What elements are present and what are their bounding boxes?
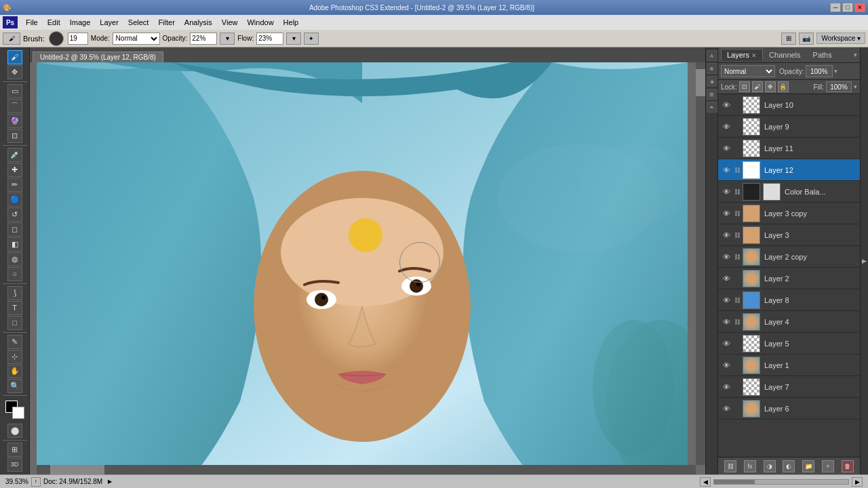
tool-history-brush[interactable]: ↺ — [7, 207, 22, 222]
layer-item-3copy[interactable]: 👁 ⛓ Layer 3 copy — [718, 203, 860, 224]
link-layers-btn[interactable]: ⛓ — [724, 460, 736, 472]
eye-layer-10[interactable]: 👁 — [721, 100, 732, 110]
layer-item-8[interactable]: 👁 ⛓ Layer 8 — [718, 289, 860, 311]
maximize-button[interactable]: □ — [842, 3, 853, 12]
menu-select[interactable]: Select — [124, 17, 153, 28]
status-scroll-thumb[interactable] — [714, 480, 755, 484]
tool-3d[interactable]: 3D — [7, 458, 22, 472]
tab-close-layers[interactable]: ✕ — [751, 52, 757, 59]
panel-icon-4[interactable]: ⊞ — [707, 89, 717, 100]
brush-size-input[interactable] — [68, 33, 88, 45]
eye-layer-4[interactable]: 👁 — [721, 317, 732, 327]
new-adj-layer-btn[interactable]: ◐ — [783, 460, 795, 472]
eye-layer-12[interactable]: 👁 — [721, 165, 732, 176]
layer-item-11[interactable]: 👁 Layer 11 — [718, 138, 860, 159]
tool-marquee-rect[interactable]: ▭ — [7, 84, 22, 98]
layer-item-2[interactable]: 👁 Layer 2 — [718, 268, 860, 289]
layer-item-3[interactable]: 👁 ⛓ Layer 3 — [718, 224, 860, 246]
lock-transparent[interactable]: ⊡ — [739, 81, 750, 92]
layer-item-6[interactable]: 👁 Layer 6 — [718, 398, 860, 420]
document-tab[interactable]: Untitled-2 @ 39.5% (Layer 12, RGB/8) — [33, 52, 163, 62]
eye-layer-2[interactable]: 👁 — [721, 273, 732, 284]
lock-all[interactable]: 🔒 — [778, 81, 789, 92]
tool-eyedropper2[interactable]: ⊹ — [7, 350, 22, 364]
eye-colorbal[interactable]: 👁 — [721, 186, 732, 197]
eye-layer-7[interactable]: 👁 — [721, 382, 732, 392]
mode-select[interactable]: Normal — [113, 33, 160, 45]
tool-clone[interactable]: 🔵 — [7, 192, 22, 207]
add-style-btn[interactable]: fx — [744, 460, 756, 472]
layer-item-colorbal[interactable]: 👁 ⛓ Color Bala... — [718, 181, 860, 203]
airbrush-btn[interactable]: ✦ — [304, 33, 319, 45]
tool-dodge[interactable]: ○ — [7, 267, 22, 281]
panel-icon-1[interactable]: A — [707, 50, 717, 61]
fill-arrow[interactable]: ▾ — [854, 83, 857, 90]
add-mask-btn[interactable]: ◑ — [764, 460, 776, 472]
blend-mode-select[interactable]: Normal — [721, 65, 775, 77]
menu-analysis[interactable]: Analysis — [180, 17, 216, 28]
tool-quickmask[interactable]: ⬤ — [7, 424, 22, 438]
opacity-arrow[interactable]: ▾ — [834, 68, 837, 75]
tab-channels[interactable]: Channels — [763, 49, 806, 61]
layer-item-1[interactable]: 👁 Layer 1 — [718, 354, 860, 376]
eye-layer-1[interactable]: 👁 — [721, 360, 732, 371]
panel-icon-3[interactable]: ◈ — [707, 76, 717, 87]
fill-value[interactable] — [826, 81, 852, 92]
tool-blur[interactable]: ◍ — [7, 252, 22, 266]
tool-pencil[interactable]: ✏ — [7, 178, 22, 192]
tool-annotation[interactable]: ✎ — [7, 335, 22, 349]
status-warning-icon[interactable]: ! — [31, 477, 41, 487]
close-button[interactable]: ✕ — [854, 3, 865, 12]
layer-item-4[interactable]: 👁 ⛓ Layer 4 — [718, 311, 860, 333]
eye-layer-6[interactable]: 👁 — [721, 403, 732, 414]
canvas-vscrollbar[interactable] — [696, 62, 705, 465]
tool-path[interactable]: ⟆ — [7, 286, 22, 300]
new-group-btn[interactable]: 📁 — [802, 460, 814, 472]
menu-file[interactable]: File — [22, 17, 42, 28]
tool-shape[interactable]: □ — [7, 316, 22, 330]
delete-layer-btn[interactable]: 🗑 — [842, 460, 854, 472]
panel-menu-btn[interactable]: ▾ — [854, 52, 857, 58]
eye-layer-3[interactable]: 👁 — [721, 230, 732, 241]
eye-layer-8[interactable]: 👁 — [721, 295, 732, 306]
tool-quick-select[interactable]: 🔮 — [7, 114, 22, 128]
menu-view[interactable]: View — [218, 17, 242, 28]
layer-item-5[interactable]: 👁 Layer 5 — [718, 333, 860, 354]
menu-edit[interactable]: Edit — [43, 17, 64, 28]
clone-source[interactable]: 📷 — [799, 33, 814, 45]
lock-image[interactable]: 🖌 — [752, 81, 763, 92]
status-arrow[interactable]: ▶ — [105, 477, 115, 487]
opacity-value[interactable] — [806, 65, 833, 77]
tool-move[interactable]: ✥ — [7, 65, 22, 79]
layers-list[interactable]: 👁 Layer 10 👁 Layer 9 👁 Layer 11 — [718, 94, 860, 457]
layer-item-12[interactable]: 👁 ⛓ Layer 12 — [718, 159, 860, 181]
eye-layer-5[interactable]: 👁 — [721, 338, 732, 349]
status-scroll-left[interactable]: ◀ — [700, 477, 711, 487]
layer-item-10[interactable]: 👁 Layer 10 — [718, 94, 860, 116]
background-color[interactable] — [12, 407, 24, 419]
toggle-brushes[interactable]: ⊞ — [781, 33, 796, 45]
workspace-btn[interactable]: Workspace ▾ — [816, 33, 865, 44]
eye-layer-11[interactable]: 👁 — [721, 143, 732, 154]
opacity-input[interactable] — [190, 33, 217, 45]
tool-gradient[interactable]: ◧ — [7, 237, 22, 251]
menu-help[interactable]: Help — [279, 17, 303, 28]
eye-layer-2copy[interactable]: 👁 — [721, 251, 732, 262]
minimize-button[interactable]: ─ — [830, 3, 841, 12]
brush-preview[interactable] — [49, 31, 64, 46]
tool-hand[interactable]: ✋ — [7, 365, 22, 379]
eye-layer-3copy[interactable]: 👁 — [721, 208, 732, 219]
lock-position[interactable]: ✥ — [765, 81, 776, 92]
canvas-area[interactable]: Untitled-2 @ 39.5% (Layer 12, RGB/8) — [30, 47, 705, 474]
tab-paths[interactable]: Paths — [807, 49, 838, 61]
tool-text[interactable]: T — [7, 301, 22, 315]
opacity-arrow[interactable]: ▾ — [220, 33, 235, 45]
layer-item-9[interactable]: 👁 Layer 9 — [718, 116, 860, 138]
status-scroll-right[interactable]: ▶ — [852, 477, 863, 487]
layer-item-7[interactable]: 👁 Layer 7 — [718, 376, 860, 398]
layer-item-2copy[interactable]: 👁 ⛓ Layer 2 copy — [718, 246, 860, 268]
eye-layer-9[interactable]: 👁 — [721, 121, 732, 132]
tool-zoom[interactable]: 🔍 — [7, 379, 22, 393]
canvas-vscrollbar-thumb[interactable] — [696, 69, 705, 96]
menu-window[interactable]: Window — [243, 17, 277, 28]
